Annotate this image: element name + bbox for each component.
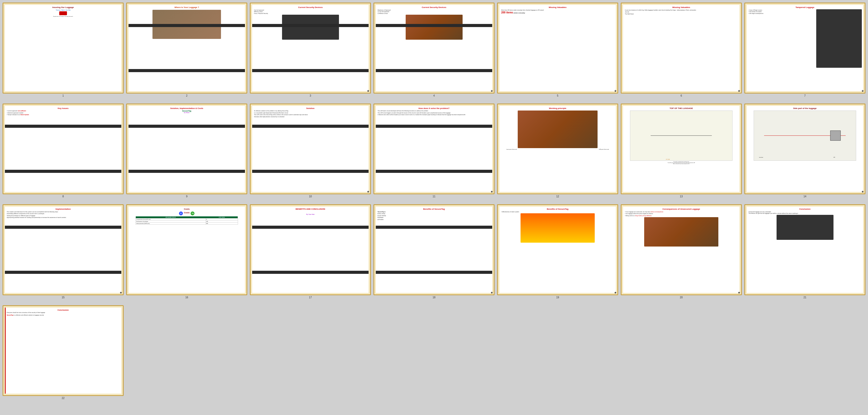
slide-inner-3: Current Security DevicesCan be bypassedW… [252, 5, 369, 91]
slide-inner-11: How does it solve the problem?The LDR al… [376, 106, 492, 192]
slide-number-6: 6 [681, 94, 682, 97]
slide-18[interactable]: Benefits of SecureTagSecureTag is■ Very … [373, 204, 495, 295]
slide-9[interactable]: Solution, Implementation & CostsSecureTa… [126, 103, 247, 195]
slide-4[interactable]: Current Security DevicesWeakness of Appr… [373, 3, 495, 93]
slide-12[interactable]: Working principleLaser part of the circu… [497, 103, 618, 195]
slide-13[interactable]: TOP OF THE LUGGAGEPVC TUBEThe switch is … [621, 103, 742, 195]
slide-inner-6: Missing ValuablesIn just one instance of… [623, 5, 740, 91]
slide-inner-20: Consequences of Unsecured Luggage• If ou… [623, 207, 740, 293]
slide-wrapper-14: Side part of the luggageLaser beamLDR★14 [744, 103, 865, 198]
slide-number-2: 2 [186, 94, 187, 97]
slide-bar-bottom-8 [5, 170, 121, 173]
slide-number-19: 19 [556, 296, 559, 299]
conclusion-border [5, 307, 6, 394]
slide-by-9: By Hitesh [184, 112, 189, 113]
slide-bar-top-15 [5, 226, 121, 229]
slide-20[interactable]: Consequences of Unsecured Luggage• If ou… [621, 204, 742, 295]
slide-bar-bottom-3 [252, 69, 369, 72]
slide-wrapper-8: Key Issues• Current approach not suffici… [3, 103, 124, 198]
slide-body-15: The creation and initial launch of the s… [6, 211, 120, 219]
slide-line-6-1: Journal [625, 11, 738, 13]
slide-image-3 [282, 15, 339, 40]
slide-2[interactable]: Where Is Your Luggage ? [126, 3, 247, 93]
slide-22[interactable]: ConclusionEveryone should be more consci… [3, 305, 124, 396]
slide-16[interactable]: Costs$Costs🛍LDR ALARM CIRCUITCOST (SGD)C… [126, 204, 247, 295]
slide-1[interactable]: Insuring Our LuggageThomas, Hitesh, Soe … [3, 3, 124, 93]
slide-bar-top-8 [5, 125, 121, 128]
slide-7[interactable]: Tampered Luggage• Case of Roger Levans• … [744, 3, 865, 93]
side-luggage-diagram: Laser beamLDR [754, 111, 856, 161]
laser-label: Laser part of the circuit [506, 149, 517, 150]
last-row-container: ConclusionEveryone should be more consci… [3, 305, 865, 399]
circuit-diagram-svg [630, 111, 732, 160]
slide-body-21: Unsecured luggage are very vulnerableThe… [748, 211, 862, 214]
slide-14[interactable]: Side part of the luggageLaser beamLDR★ [744, 103, 865, 195]
slide-number-16: 16 [185, 296, 188, 299]
slide-bar-top-11 [376, 125, 492, 128]
star-badge-19: ★ [614, 291, 617, 294]
star-badge-6: ★ [738, 89, 741, 93]
slide-21[interactable]: ConclusionUnsecured luggage are very vul… [744, 204, 865, 295]
slide-6[interactable]: Missing ValuablesIn just one instance of… [621, 3, 742, 93]
slide-number-4: 4 [433, 94, 435, 97]
slide-inner-10: SolutionAn effective solution to the pro… [252, 106, 369, 192]
slide-17[interactable]: BENEFITS AND CONCLUSIONBy Soe Htet [250, 204, 371, 295]
slide-body-22: Everyone should be more conscious of the… [6, 312, 120, 316]
slide-number-13: 13 [680, 195, 683, 198]
costs-label: Costs [184, 211, 190, 215]
side-label-0: Laser beam [759, 157, 763, 158]
slide-wrapper-19: Benefits of SecureTag• Effectiveness of … [497, 204, 618, 299]
slide-inner-16: Costs$Costs🛍LDR ALARM CIRCUITCOST (SGD)C… [128, 207, 245, 293]
slide-inner-19: Benefits of SecureTag• Effectiveness of … [499, 207, 616, 293]
slide-bar-bottom-11 [376, 170, 492, 173]
slide-body-8: • Current approach not sufficient• Deter… [6, 110, 120, 116]
slide-title-3: Current Security Devices [298, 6, 322, 9]
star-badge-5: ★ [614, 89, 617, 93]
slide-15[interactable]: ImplementationThe creation and initial l… [3, 204, 124, 295]
slide-image-7 [816, 9, 862, 68]
slide-body-18: SecureTag is■ Very cheap■ User-friendly■… [377, 211, 491, 221]
star-badge-4: ★ [490, 89, 493, 93]
slide-number-7: 7 [804, 94, 806, 97]
slide-wrapper-7: Tampered Luggage• Case of Roger Levans• … [744, 3, 865, 97]
slide-line-15-3: Approaching potential investors for fund… [7, 217, 120, 218]
slide-11[interactable]: How does it solve the problem?The LDR al… [373, 103, 495, 195]
pvc-label: PVC TUBE [666, 159, 670, 160]
slide-wrapper-13: TOP OF THE LUGGAGEPVC TUBEThe switch is … [621, 103, 742, 198]
slide-wrapper-3: Current Security DevicesCan be bypassedW… [250, 3, 371, 97]
slide-number-3: 3 [310, 94, 311, 97]
slide-number-10: 10 [309, 195, 312, 198]
slide-19[interactable]: Benefits of SecureTag• Effectiveness of … [497, 204, 618, 295]
slide-wrapper-2: Where Is Your Luggage ?2 [126, 3, 247, 97]
slide-wrapper-10: SolutionAn effective solution to the pro… [250, 103, 371, 198]
slide-line-15-1: Assembling different components of the c… [7, 213, 120, 215]
slide-inner-1: Insuring Our LuggageThomas, Hitesh, Soe … [5, 5, 121, 91]
slide-wrapper-1: Insuring Our LuggageThomas, Hitesh, Soe … [3, 3, 124, 97]
slide-wrapper-12: Working principleLaser part of the circu… [497, 103, 618, 198]
slide-3[interactable]: Current Security DevicesCan be bypassedW… [250, 3, 371, 93]
slide-bar-bottom-17 [252, 271, 369, 274]
slide-5[interactable]: Missing ValuablesMore than 200 items sto… [497, 3, 618, 93]
slide-title-9: Solution, Implementation & Costs [170, 107, 203, 110]
slide-wrapper-6: Missing ValuablesIn just one instance of… [621, 3, 742, 97]
slide-line-6-2: The Wall Street [625, 13, 738, 15]
slide-title-5: Missing Valuables [549, 6, 567, 9]
slide-wrapper-5: Missing ValuablesMore than 200 items sto… [497, 3, 618, 97]
slide-line-15-0: The creation and initial launch of the s… [7, 211, 120, 213]
star-badge-7: ★ [861, 89, 864, 93]
slide-wrapper-4: Current Security DevicesWeakness of Appr… [373, 3, 495, 97]
slide-line-11-0: The LDR alarm circuit developed will hav… [378, 110, 490, 112]
slide-subtitle-1: Thomas, Hitesh, Soe Htet [56, 9, 70, 11]
slide-wrapper-18: Benefits of SecureTagSecureTag is■ Very … [373, 204, 495, 299]
slide-line-21-1: The thieves can get into the luggage's j… [748, 212, 861, 214]
slide-wrapper-16: Costs$Costs🛍LDR ALARM CIRCUITCOST (SGD)C… [126, 204, 247, 299]
side-label-1: LDR [834, 157, 835, 158]
slide-table-16: LDR ALARM CIRCUITCOST (SGD)Components of… [135, 216, 238, 225]
slide-line-4-2: 2) Without a trace [378, 12, 490, 14]
slide-10[interactable]: SolutionAn effective solution to the pro… [250, 103, 371, 195]
slide-8[interactable]: Key Issues• Current approach not suffici… [3, 103, 124, 195]
slide-securetag-9: SecureTag [182, 110, 191, 112]
slide-number-20: 20 [680, 296, 683, 299]
diagram-label-2: Mirror to direct the laser beam towards … [673, 163, 689, 165]
slide-title-15: Implementation [55, 208, 70, 210]
